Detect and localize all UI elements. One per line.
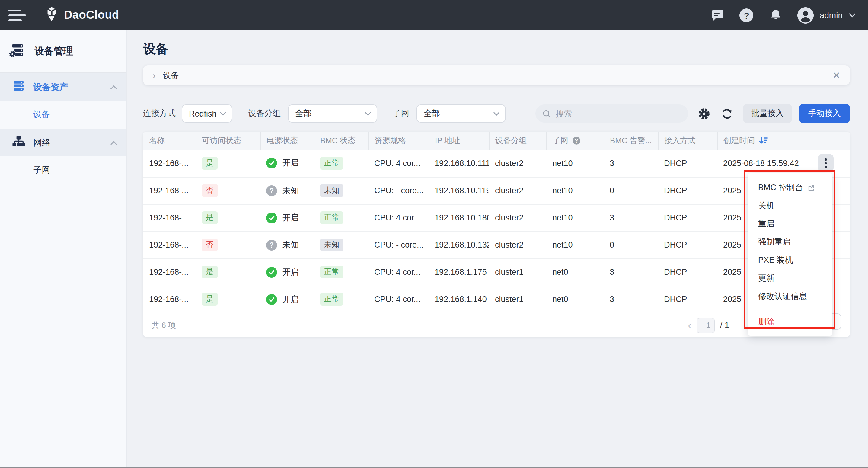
col-header-method[interactable]: 接入方式 bbox=[658, 131, 717, 150]
device-group-select[interactable]: 全部 bbox=[288, 105, 377, 123]
breadcrumb: 设备 bbox=[163, 70, 179, 81]
table-row[interactable]: 192-168-... 是 开启 正常 CPU: 4 cor... 192.16… bbox=[143, 259, 850, 286]
access-badge: 否 bbox=[202, 184, 218, 197]
question-circle-icon: ? bbox=[266, 185, 277, 196]
search-input[interactable] bbox=[556, 109, 681, 118]
chevron-right-icon: › bbox=[153, 71, 156, 80]
help-icon[interactable]: ? bbox=[739, 8, 754, 22]
feedback-chat-icon[interactable] bbox=[710, 8, 725, 22]
menu-item-shutdown[interactable]: 关机 bbox=[748, 197, 832, 215]
sidebar-module-title: 设备管理 bbox=[34, 45, 73, 58]
bmc-badge: 未知 bbox=[320, 238, 343, 251]
avatar bbox=[797, 7, 814, 23]
row-actions-kebab-icon[interactable] bbox=[818, 154, 834, 172]
screenshot-viewport: DaoCloud ? bbox=[0, 0, 868, 468]
cell-alarm: 0 bbox=[603, 231, 658, 259]
access-badge: 是 bbox=[202, 266, 218, 279]
check-circle-icon bbox=[266, 267, 277, 277]
cell-name: 192-168-... bbox=[143, 150, 195, 177]
sidebar-group-network[interactable]: 网络 bbox=[0, 128, 126, 156]
table-row[interactable]: 192-168-... 是 开启 正常 CPU: 4 cor... 192.16… bbox=[143, 150, 850, 177]
cell-method: DHCP bbox=[658, 204, 717, 231]
cell-ip: 192.168.10.132 bbox=[429, 231, 489, 259]
sidebar-group-device-assets[interactable]: 设备资产 bbox=[0, 73, 126, 101]
chevron-up-icon bbox=[110, 82, 118, 92]
previous-page-icon[interactable]: ‹ bbox=[688, 320, 691, 330]
col-header-power[interactable]: 电源状态 bbox=[260, 131, 314, 150]
cell-alarm: 3 bbox=[603, 286, 658, 313]
cell-alarm: 3 bbox=[603, 150, 658, 177]
col-header-bmc[interactable]: BMC 状态 bbox=[314, 131, 368, 150]
breadcrumb-bar[interactable]: › 设备 ✕ bbox=[143, 65, 850, 85]
col-header-created[interactable]: 创建时间 bbox=[717, 131, 812, 150]
cell-group: cluster2 bbox=[489, 231, 546, 259]
connection-type-select[interactable]: Redfish bbox=[182, 105, 232, 123]
menu-item-pxe-install[interactable]: PXE 装机 bbox=[748, 251, 832, 269]
app-window: DaoCloud ? bbox=[0, 0, 868, 468]
cell-ip: 192.168.10.119 bbox=[429, 177, 489, 204]
cell-spec: CPU: 4 cor... bbox=[368, 259, 429, 286]
power-label: 未知 bbox=[282, 185, 299, 196]
pagination: ‹ / 1 bbox=[688, 317, 729, 333]
menu-item-edit-credentials[interactable]: 修改认证信息 bbox=[748, 288, 832, 305]
menu-divider bbox=[755, 309, 825, 309]
cell-spec: CPU: 4 cor... bbox=[368, 204, 429, 231]
device-management-icon bbox=[9, 42, 25, 61]
col-header-alarm[interactable]: BMC 告警... bbox=[603, 131, 658, 150]
access-badge: 是 bbox=[202, 293, 218, 306]
col-header-name[interactable]: 名称 bbox=[143, 131, 195, 150]
col-header-ip[interactable]: IP 地址 bbox=[429, 131, 489, 150]
sidebar-group-label: 设备资产 bbox=[33, 81, 68, 93]
user-menu[interactable]: admin bbox=[797, 7, 856, 23]
chevron-down-icon bbox=[220, 111, 226, 116]
network-icon bbox=[12, 135, 25, 150]
brand-name: DaoCloud bbox=[64, 8, 119, 22]
access-badge: 否 bbox=[202, 238, 218, 251]
col-header-group[interactable]: 设备分组 bbox=[489, 131, 546, 150]
manual-access-button[interactable]: 手动接入 bbox=[799, 104, 850, 123]
table-row[interactable]: 192-168-... 是 开启 正常 CPU: 4 cor... 192.16… bbox=[143, 286, 850, 313]
notification-bell-icon[interactable] bbox=[768, 8, 783, 22]
bmc-badge: 正常 bbox=[320, 266, 343, 279]
cell-ip: 192.168.10.111 bbox=[429, 150, 489, 177]
menu-item-update[interactable]: 更新 bbox=[748, 269, 832, 288]
subnet-select[interactable]: 全部 bbox=[416, 105, 506, 123]
close-icon[interactable]: ✕ bbox=[833, 70, 840, 81]
sidebar-item-device[interactable]: 设备 bbox=[0, 101, 126, 128]
table-row[interactable]: 192-168-... 否 ?未知 未知 CPU: - core... 192.… bbox=[143, 231, 850, 259]
menu-item-delete[interactable]: 删除 bbox=[748, 313, 832, 331]
menu-item-force-restart[interactable]: 强制重启 bbox=[748, 233, 832, 251]
menu-item-bmc-console[interactable]: BMC 控制台 bbox=[748, 179, 832, 197]
power-label: 开启 bbox=[282, 158, 299, 169]
power-label: 开启 bbox=[282, 294, 299, 305]
col-header-subnet[interactable]: 子网 ? bbox=[546, 131, 603, 150]
sidebar: 设备管理 设备资产 设备 bbox=[0, 30, 127, 468]
check-circle-icon bbox=[266, 158, 277, 169]
cell-name: 192-168-... bbox=[143, 231, 195, 259]
sidebar-module-header: 设备管理 bbox=[0, 30, 126, 72]
batch-access-button[interactable]: 批量接入 bbox=[743, 104, 792, 123]
col-header-access[interactable]: 可访问状态 bbox=[195, 131, 260, 150]
col-header-spec[interactable]: 资源规格 bbox=[368, 131, 429, 150]
menu-item-restart[interactable]: 重启 bbox=[748, 215, 832, 233]
cell-alarm: 0 bbox=[603, 177, 658, 204]
cell-group: cluster2 bbox=[489, 150, 546, 177]
device-group-value: 全部 bbox=[295, 108, 365, 119]
chevron-down-icon bbox=[365, 111, 371, 116]
table-row[interactable]: 192-168-... 否 ?未知 未知 CPU: - core... 192.… bbox=[143, 177, 850, 204]
settings-gear-icon[interactable] bbox=[696, 106, 711, 121]
search-icon bbox=[542, 109, 551, 118]
page-title: 设备 bbox=[143, 40, 868, 57]
sidebar-item-subnet[interactable]: 子网 bbox=[0, 156, 126, 184]
cell-spec: CPU: 4 cor... bbox=[368, 150, 429, 177]
check-circle-icon bbox=[266, 294, 277, 305]
table-row[interactable]: 192-168-... 是 开启 正常 CPU: 4 cor... 192.16… bbox=[143, 204, 850, 231]
refresh-icon[interactable] bbox=[719, 106, 734, 121]
sidebar-toggle-hamburger-icon[interactable] bbox=[8, 7, 29, 23]
sort-descending-icon[interactable] bbox=[758, 137, 768, 145]
sidebar-group-label: 网络 bbox=[33, 137, 51, 148]
access-badge: 是 bbox=[202, 157, 218, 170]
cell-method: DHCP bbox=[658, 177, 717, 204]
page-number-input[interactable] bbox=[696, 317, 715, 333]
col-header-actions bbox=[812, 131, 850, 150]
